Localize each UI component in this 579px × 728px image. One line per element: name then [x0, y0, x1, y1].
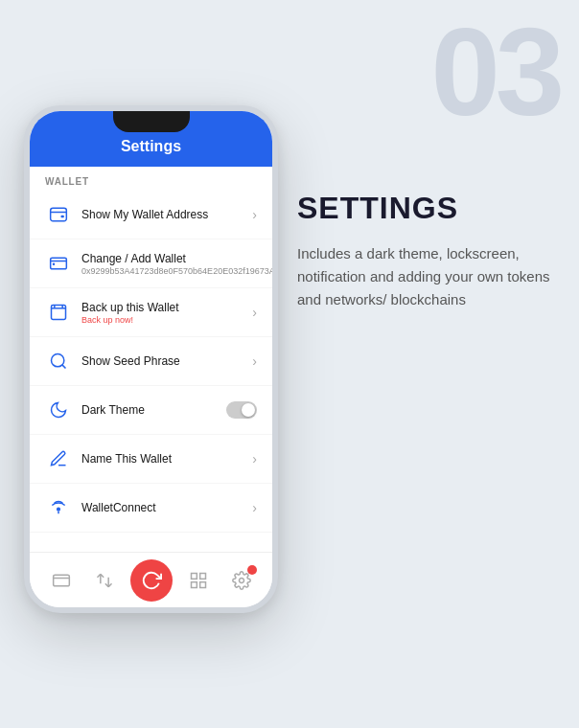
phone-screen: Settings WALLET Show My Wallet Address › — [24, 105, 278, 613]
svg-rect-9 — [199, 573, 205, 579]
backup-arrow: › — [252, 305, 257, 320]
menu-item-change-wallet[interactable]: Change / Add Wallet 0x9299b53A41723d8e0F… — [30, 239, 272, 288]
svg-rect-10 — [191, 581, 197, 587]
svg-rect-1 — [61, 216, 64, 218]
name-wallet-text: Name This Wallet — [81, 452, 252, 466]
nav-settings[interactable] — [224, 563, 259, 598]
phone-mockup: Settings WALLET Show My Wallet Address › — [24, 105, 278, 613]
dark-theme-toggle[interactable] — [226, 401, 257, 419]
menu-item-wallet-address[interactable]: Show My Wallet Address › — [30, 191, 272, 239]
wallet-connect-icon — [45, 494, 72, 521]
wallet-connect-label: WalletConnect — [81, 501, 252, 514]
wallet-section-label: WALLET — [30, 167, 272, 191]
phone-notch — [113, 111, 190, 132]
svg-point-5 — [52, 354, 64, 367]
menu-item-name-wallet[interactable]: Name This Wallet › — [30, 435, 272, 484]
backup-text: Back up this Wallet Back up now! — [81, 301, 252, 325]
dark-theme-icon — [45, 397, 72, 423]
settings-description: Includes a dark theme, lockscreen, notif… — [297, 242, 551, 311]
wallet-connect-arrow: › — [252, 500, 257, 515]
change-wallet-sub: 0x9299b53A41723d8e0F570b64E20E032f19673A… — [81, 266, 272, 276]
nav-refresh[interactable] — [130, 559, 173, 602]
svg-rect-0 — [51, 208, 67, 220]
svg-rect-7 — [53, 575, 69, 586]
settings-heading: SETTINGS — [297, 192, 551, 225]
menu-item-wallet-connect[interactable]: WalletConnect › — [30, 484, 272, 533]
svg-point-3 — [53, 263, 56, 266]
settings-badge — [247, 565, 257, 575]
wallet-address-icon — [45, 201, 72, 228]
svg-rect-11 — [199, 581, 205, 587]
seed-arrow: › — [252, 353, 257, 369]
change-wallet-icon — [45, 250, 72, 277]
seed-text: Show Seed Phrase — [81, 354, 252, 368]
app-content: WALLET Show My Wallet Address › — [30, 167, 272, 533]
svg-rect-4 — [52, 306, 66, 320]
menu-item-seed[interactable]: Show Seed Phrase › — [30, 337, 272, 386]
backup-label: Back up this Wallet — [81, 301, 252, 314]
bottom-nav — [30, 552, 272, 607]
nav-wallet[interactable] — [44, 563, 79, 598]
dark-theme-label: Dark Theme — [81, 403, 226, 417]
wallet-connect-text: WalletConnect — [81, 501, 252, 514]
app-header-title: Settings — [45, 138, 257, 155]
dark-theme-text: Dark Theme — [81, 403, 226, 417]
nav-swap[interactable] — [87, 563, 122, 598]
name-wallet-icon — [45, 445, 72, 472]
seed-label: Show Seed Phrase — [81, 354, 252, 368]
wallet-address-arrow: › — [252, 207, 257, 222]
name-wallet-arrow: › — [252, 451, 257, 466]
name-wallet-label: Name This Wallet — [81, 452, 252, 466]
menu-item-dark-theme[interactable]: Dark Theme — [30, 386, 272, 435]
wallet-address-text: Show My Wallet Address — [81, 208, 252, 221]
svg-rect-8 — [191, 573, 197, 579]
svg-point-6 — [57, 508, 60, 512]
backup-sub: Back up now! — [81, 315, 252, 325]
right-content-panel: SETTINGS Includes a dark theme, lockscre… — [297, 192, 551, 311]
watermark-number: 03 — [430, 10, 560, 134]
wallet-address-label: Show My Wallet Address — [81, 208, 252, 221]
nav-grid[interactable] — [181, 563, 216, 598]
backup-icon — [45, 299, 72, 326]
seed-icon — [45, 348, 72, 375]
menu-item-backup[interactable]: Back up this Wallet Back up now! › — [30, 288, 272, 337]
svg-point-12 — [239, 578, 243, 582]
change-wallet-label: Change / Add Wallet — [81, 252, 272, 265]
change-wallet-text: Change / Add Wallet 0x9299b53A41723d8e0F… — [81, 252, 272, 276]
